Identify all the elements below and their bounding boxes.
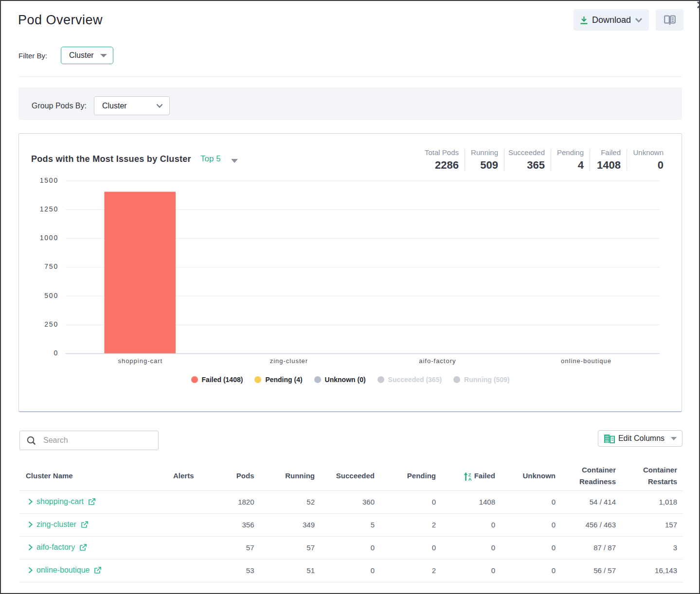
svg-text:shopping-cart: shopping-cart	[118, 357, 162, 365]
svg-text:250: 250	[44, 320, 58, 328]
svg-text:aifo-factory: aifo-factory	[419, 357, 456, 365]
svg-text:A: A	[468, 476, 471, 481]
svg-text:zing-cluster: zing-cluster	[270, 357, 308, 365]
svg-text:online-boutique: online-boutique	[561, 357, 611, 365]
svg-text:1500: 1500	[40, 176, 58, 184]
svg-text:1250: 1250	[40, 205, 58, 213]
svg-text:750: 750	[44, 262, 58, 270]
svg-text:500: 500	[44, 292, 58, 299]
svg-text:1000: 1000	[40, 234, 58, 242]
svg-text:0: 0	[54, 349, 58, 357]
